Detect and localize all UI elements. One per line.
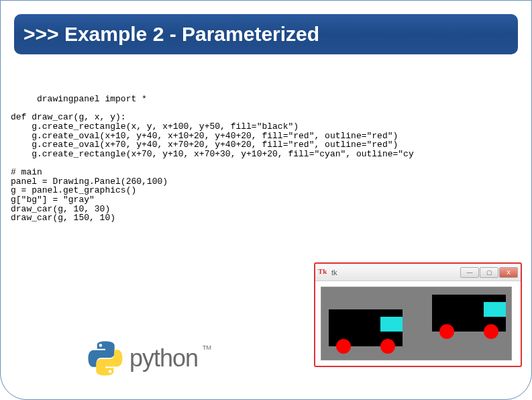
car-wheel (439, 324, 454, 339)
code-line: g.create_rectangle(x+70, y+10, x+70+30, … (11, 149, 414, 159)
code-line: drawingpanel import * (11, 94, 147, 104)
header-title: >>> Example 2 - Parameterized (23, 23, 319, 46)
tk-canvas-wrap (315, 281, 521, 366)
minimize-button[interactable]: — (460, 267, 479, 278)
maximize-button[interactable]: ▢ (480, 267, 498, 278)
car-window (380, 317, 403, 332)
tk-window: Tk tk — ▢ X (314, 262, 522, 367)
tk-icon: Tk (318, 267, 329, 278)
tk-canvas (321, 287, 512, 360)
slide: >>> Example 2 - Parameterized drawingpan… (0, 0, 532, 400)
tk-titlebar: Tk tk — ▢ X (315, 264, 521, 281)
header-bar: >>> Example 2 - Parameterized (14, 14, 518, 54)
code-block: drawingpanel import * def draw_car(g, x,… (11, 95, 414, 223)
close-button[interactable]: X (499, 267, 518, 278)
python-logo-text: python (129, 344, 198, 372)
car-window (484, 302, 506, 317)
code-line: draw_car(g, 150, 10) (11, 213, 115, 223)
python-icon (88, 341, 123, 376)
car-wheel (380, 339, 395, 354)
window-buttons: — ▢ X (460, 267, 518, 278)
trademark: TM (203, 344, 211, 351)
tk-title: tk (331, 268, 457, 277)
title-text: Example 2 - Parameterized (64, 23, 319, 45)
python-logo: pythonTM (88, 341, 213, 376)
prompt-chevrons: >>> (23, 23, 59, 45)
car-wheel (336, 339, 351, 354)
car-wheel (484, 324, 498, 339)
